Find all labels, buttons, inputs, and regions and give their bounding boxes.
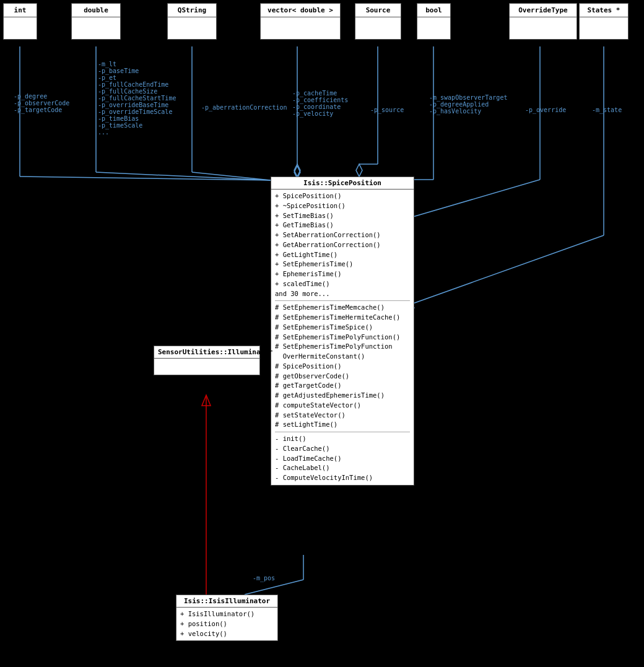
method-setephemeristimepolyfunctionoverhermite: # SetEphemerisTimePolyFunction OverHermi… xyxy=(275,342,410,362)
method-scaledtime: + scaledTime() xyxy=(275,279,410,289)
method-loadtimecache: - LoadTimeCache() xyxy=(275,454,410,464)
method-setstatevector: # setStateVector() xyxy=(275,411,410,421)
svg-line-24 xyxy=(245,580,303,595)
method-isasilluminator-constructor: + IsisIlluminator() xyxy=(180,609,274,619)
method-settimebias: + SetTimeBias() xyxy=(275,211,410,221)
method-setephemeristimememcache: # SetEphemerisTimeMemcache() xyxy=(275,303,410,313)
method-getlighttime: + GetLightTime() xyxy=(275,250,410,260)
svg-marker-22 xyxy=(202,395,211,406)
svg-line-14 xyxy=(413,180,540,217)
method-ephemeristime: + EphemerisTime() xyxy=(275,269,410,279)
type-qstring: QString xyxy=(167,3,217,40)
spice-position-title: Isis::SpicePosition xyxy=(271,177,414,190)
method-computevelocityintime: - ComputeVelocityInTime() xyxy=(275,473,410,483)
method-setlighttime: # setLightTime() xyxy=(275,420,410,430)
isis-illuminator-class: Isis::IsisIlluminator + IsisIlluminator(… xyxy=(176,595,278,641)
method-spiceposition-constructor: + SpicePosition() xyxy=(275,191,410,201)
spice-position-class: Isis::SpicePosition + SpicePosition() + … xyxy=(271,177,414,486)
method-clearcache: - ClearCache() xyxy=(275,444,410,454)
method-getaberrationcorrection: + GetAberrationCorrection() xyxy=(275,240,410,250)
method-setephemeristimehermitecache: # SetEphemerisTimeHermiteCache() xyxy=(275,313,410,323)
type-bool: bool xyxy=(417,3,451,40)
label-qstring-fields: -p_aberrationCorrection xyxy=(201,104,287,111)
isis-illuminator-body: + IsisIlluminator() + position() + veloc… xyxy=(176,608,277,640)
svg-marker-7 xyxy=(294,164,300,177)
method-getobservercode: # getObserverCode() xyxy=(275,372,410,381)
type-overridetype: OverrideType xyxy=(509,3,577,40)
type-source: Source xyxy=(355,3,401,40)
label-override-fields: -p_override xyxy=(525,107,566,113)
svg-marker-9 xyxy=(356,164,362,177)
type-vector: vector< double > xyxy=(260,3,341,40)
method-setephemeristime: + SetEphemerisTime() xyxy=(275,259,410,269)
sensor-utilities-illuminator-class: SensorUtilities::Illuminator xyxy=(154,346,260,375)
svg-line-16 xyxy=(413,235,604,303)
method-cachelabel: - CacheLabel() xyxy=(275,463,410,473)
label-double-fields: -m_lt-p_baseTime-p_et-p_fullCacheEndTime… xyxy=(98,61,176,136)
type-states: States * xyxy=(579,3,629,40)
sensor-utilities-body xyxy=(154,359,259,375)
method-computestatevector: # computeStateVector() xyxy=(275,401,410,411)
method-setephemeristimepolyfunction: # SetEphemerisTimePolyFunction() xyxy=(275,333,410,342)
method-setephemeristimespice: # SetEphemerisTimeSpice() xyxy=(275,323,410,333)
method-gettargetcode: # getTargetCode() xyxy=(275,381,410,391)
method-setaberrationcorrection: + SetAberrationCorrection() xyxy=(275,230,410,240)
type-double: double xyxy=(71,3,121,40)
method-init: - init() xyxy=(275,434,410,444)
svg-line-1 xyxy=(20,177,271,180)
method-position: + position() xyxy=(180,619,274,629)
method-more: and 30 more... xyxy=(275,289,410,299)
label-vector-fields: -p_cacheTime-p_coefficients-p_coordinate… xyxy=(292,90,348,117)
method-velocity: + velocity() xyxy=(180,629,274,639)
method-spiceposition-protected: # SpicePosition() xyxy=(275,362,410,372)
label-source-fields: -p_source xyxy=(370,107,404,113)
sensor-utilities-title: SensorUtilities::Illuminator xyxy=(154,346,259,359)
label-states-fields: -m_state xyxy=(592,107,622,113)
label-m-pos: -m_pos xyxy=(253,575,275,582)
label-int-fields: -p_degree-p_observerCode-p_targetCode xyxy=(14,93,69,113)
type-int: int xyxy=(3,3,37,40)
method-getadjustedephemeristime: # getAdjustedEphemerisTime() xyxy=(275,391,410,401)
method-spiceposition-destructor: + ~SpicePosition() xyxy=(275,201,410,211)
isis-illuminator-title: Isis::IsisIlluminator xyxy=(176,595,277,608)
spice-position-body: + SpicePosition() + ~SpicePosition() + S… xyxy=(271,190,414,485)
label-bool-fields: -m_swapObserverTarget-p_degreeApplied-p_… xyxy=(429,94,507,115)
svg-line-3 xyxy=(96,172,271,180)
method-gettimebias: + GetTimeBias() xyxy=(275,220,410,230)
svg-line-5 xyxy=(192,172,271,180)
